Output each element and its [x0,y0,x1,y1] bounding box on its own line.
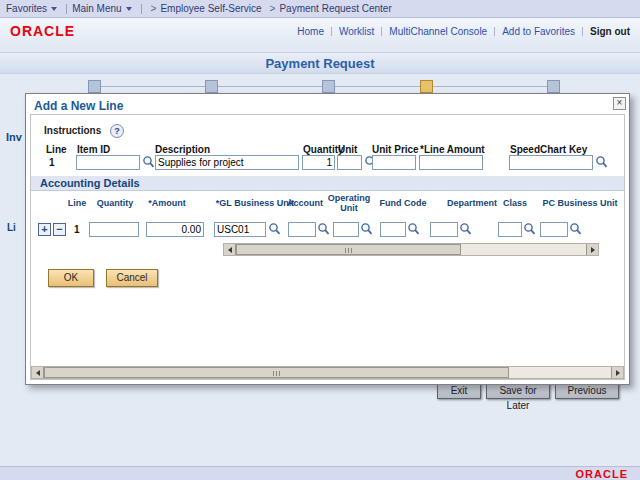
favorites-menu-label: Favorites [6,3,47,14]
grid-horizontal-scrollbar[interactable] [223,243,599,256]
description-input[interactable] [155,155,299,170]
line-field-label: Line [46,144,67,155]
col-operating-unit: Operating Unit [325,193,373,213]
multichannel-console-link[interactable]: MultiChannel Console [389,26,487,37]
header-links: Home Worklist MultiChannel Console Add t… [290,26,630,37]
account-lookup-icon[interactable] [317,222,331,237]
item-id-lookup-icon[interactable] [142,155,156,170]
separator [381,27,382,36]
ok-button[interactable]: OK [48,269,94,287]
add-new-line-modal: Add a New Line × Instructions ? Line Ite… [25,93,630,385]
oracle-logo: ORACLE [10,23,75,39]
page-header: ORACLE Home Worklist MultiChannel Consol… [0,18,640,44]
train-stop [88,80,101,93]
chevron-down-icon [51,7,57,11]
col-fund-code: Fund Code [378,198,428,208]
chevron-down-icon [126,7,132,11]
help-icon[interactable]: ? [110,124,124,138]
separator [331,27,332,36]
operating-unit-lookup-icon[interactable] [360,222,374,237]
favorites-menu[interactable]: Favorites [6,3,57,14]
separator [66,4,67,14]
col-department: Department [442,198,502,208]
train-stop [547,80,560,93]
instructions-label: Instructions [44,125,101,136]
speedchart-key-input[interactable] [509,155,593,170]
line-section-label: Li [7,222,16,233]
col-line: Line [64,198,90,208]
breadcrumb-bar: Favorites Main Menu > Employee Self-Serv… [0,0,640,18]
quantity-input[interactable] [302,155,335,170]
scrollbar-grip-icon [273,371,281,376]
line-number-value: 1 [49,157,55,168]
breadcrumb-employee-self-service[interactable]: Employee Self-Service [160,3,261,14]
unit-price-input[interactable] [372,155,416,170]
breadcrumb-payment-request-center[interactable]: Payment Request Center [279,3,391,14]
cancel-button[interactable]: Cancel [106,269,158,287]
item-id-input[interactable] [76,155,140,170]
scrollbar-grip-icon [345,248,353,253]
scroll-left-icon[interactable] [32,367,44,378]
train-stop-current [420,80,433,93]
line-amount-label: *Line Amount [420,144,485,155]
footer-bar: ORACLE [0,466,640,480]
row-fund-code-input[interactable] [380,222,406,237]
add-row-button[interactable]: + [38,223,51,236]
delete-row-button[interactable]: − [53,223,66,236]
col-quantity: Quantity [92,198,138,208]
pc-business-unit-lookup-icon[interactable] [569,222,583,237]
modal-title: Add a New Line [34,99,123,113]
home-link[interactable]: Home [297,26,324,37]
scroll-right-icon[interactable] [611,367,623,378]
row-department-input[interactable] [430,222,458,237]
unit-input[interactable] [337,155,362,170]
unit-price-label: Unit Price [372,144,419,155]
speedchart-lookup-icon[interactable] [595,155,609,170]
description-label: Description [155,144,210,155]
line-amount-input[interactable] [419,155,483,170]
row-gl-business-unit-input[interactable] [214,222,266,237]
row-quantity-input[interactable] [89,222,139,237]
col-account: Account [282,198,328,208]
row-operating-unit-input[interactable] [333,222,359,237]
modal-scrollbar-track[interactable] [44,367,611,378]
page-title: Payment Request [0,52,640,74]
main-menu[interactable]: Main Menu [72,3,131,14]
separator [141,4,142,14]
main-menu-label: Main Menu [72,3,121,14]
row-class-input[interactable] [498,222,522,237]
separator [582,27,583,36]
unit-label: Unit [338,144,357,155]
breadcrumb-chevron: > [151,3,157,14]
row-amount-input[interactable] [146,222,204,237]
row-account-input[interactable] [288,222,316,237]
scroll-left-icon[interactable] [224,244,236,255]
separator [494,27,495,36]
grid-scrollbar-thumb[interactable] [236,244,461,255]
class-lookup-icon[interactable] [523,222,537,237]
modal-scrollbar-thumb[interactable] [44,367,509,378]
train-stop [205,80,218,93]
col-pc-business-unit: PC Business Unit [538,198,622,208]
add-to-favorites-link[interactable]: Add to Favorites [502,26,575,37]
oracle-logo-footer: ORACLE [576,468,628,480]
accounting-details-title: Accounting Details [40,177,140,189]
application-window: Favorites Main Menu > Employee Self-Serv… [0,0,640,480]
gl-business-unit-lookup-icon[interactable] [268,222,282,237]
fund-code-lookup-icon[interactable] [407,222,421,237]
grid-scrollbar-track[interactable] [236,244,586,255]
item-id-label: Item ID [77,144,110,155]
department-lookup-icon[interactable] [459,222,473,237]
speedchart-key-label: SpeedChart Key [510,144,587,155]
col-class: Class [500,198,530,208]
breadcrumb-chevron: > [270,3,276,14]
worklist-link[interactable]: Worklist [339,26,374,37]
train-stop [322,80,335,93]
scroll-right-icon[interactable] [586,244,598,255]
sign-out-link[interactable]: Sign out [590,26,630,37]
col-amount: *Amount [142,198,192,208]
row-pc-business-unit-input[interactable] [540,222,568,237]
invoice-section-label: Inv [6,131,22,143]
modal-horizontal-scrollbar[interactable] [31,366,624,379]
close-icon[interactable]: × [613,97,626,110]
